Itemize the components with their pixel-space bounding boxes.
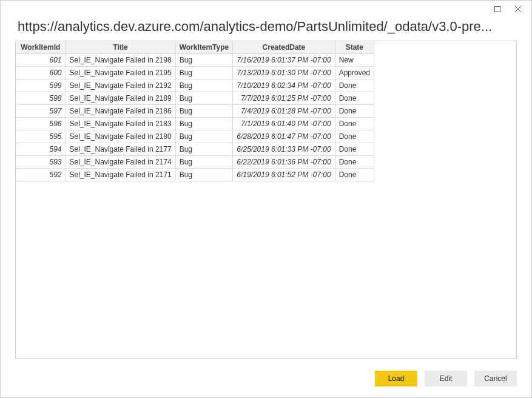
- table-row[interactable]: 597Sel_IE_Navigate Failed in 2186Bug7/4/…: [16, 105, 374, 118]
- cell-title: Sel_IE_Navigate Failed in 2189: [66, 92, 175, 105]
- cell-title: Sel_IE_Navigate Failed in 2180: [66, 130, 175, 143]
- table-row[interactable]: 595Sel_IE_Navigate Failed in 2180Bug6/28…: [16, 130, 374, 143]
- dialog-footer: Load Edit Cancel: [1, 365, 531, 397]
- table-row[interactable]: 596Sel_IE_Navigate Failed in 2183Bug7/1/…: [16, 118, 374, 130]
- cell-workitemid: 598: [16, 92, 66, 105]
- table-header-row: WorkItemId Title WorkItemType CreatedDat…: [16, 41, 374, 54]
- cell-workitemtype: Bug: [175, 79, 233, 92]
- cell-workitemid: 596: [16, 118, 66, 130]
- cell-workitemid: 593: [16, 156, 66, 169]
- close-button[interactable]: [510, 3, 527, 15]
- cell-workitemid: 592: [16, 169, 66, 181]
- cell-createddate: 7/7/2019 6:01:25 PM -07:00: [233, 92, 335, 105]
- cell-title: Sel_IE_Navigate Failed in 2171: [66, 169, 175, 181]
- maximize-icon: [494, 6, 500, 12]
- cell-workitemtype: Bug: [175, 54, 233, 67]
- cell-state: Done: [335, 92, 374, 105]
- cell-workitemtype: Bug: [175, 156, 233, 169]
- cell-createddate: 7/13/2019 6:01:30 PM -07:00: [233, 67, 335, 79]
- cell-createddate: 7/1/2019 6:01:40 PM -07:00: [233, 118, 335, 130]
- cell-state: Done: [335, 118, 374, 130]
- edit-button[interactable]: Edit: [425, 371, 467, 386]
- col-header-createddate[interactable]: CreatedDate: [233, 41, 335, 54]
- cell-state: Done: [335, 130, 374, 143]
- cell-workitemid: 595: [16, 130, 66, 143]
- col-header-workitemtype[interactable]: WorkItemType: [175, 41, 233, 54]
- cell-workitemid: 601: [16, 54, 66, 67]
- cell-state: Done: [335, 143, 374, 156]
- table-body: 601Sel_IE_Navigate Failed in 2198Bug7/16…: [16, 54, 374, 181]
- cell-title: Sel_IE_Navigate Failed in 2177: [66, 143, 175, 156]
- table-row[interactable]: 593Sel_IE_Navigate Failed in 2174Bug6/22…: [16, 156, 374, 169]
- cell-title: Sel_IE_Navigate Failed in 2174: [66, 156, 175, 169]
- table-row[interactable]: 599Sel_IE_Navigate Failed in 2192Bug7/10…: [16, 79, 374, 92]
- col-header-workitemid[interactable]: WorkItemId: [16, 41, 66, 54]
- cell-createddate: 6/25/2019 6:01:33 PM -07:00: [233, 143, 335, 156]
- cell-title: Sel_IE_Navigate Failed in 2198: [66, 54, 175, 67]
- load-button[interactable]: Load: [375, 371, 417, 386]
- cell-createddate: 7/10/2019 6:02:34 PM -07:00: [233, 79, 335, 92]
- maximize-button[interactable]: [489, 3, 506, 15]
- close-icon: [515, 6, 521, 12]
- svg-rect-0: [495, 7, 500, 12]
- table-row[interactable]: 600Sel_IE_Navigate Failed in 2195Bug7/13…: [16, 67, 374, 79]
- cell-workitemtype: Bug: [175, 118, 233, 130]
- cell-createddate: 7/16/2019 6:01:37 PM -07:00: [233, 54, 335, 67]
- cell-workitemid: 599: [16, 79, 66, 92]
- cell-workitemtype: Bug: [175, 130, 233, 143]
- table-row[interactable]: 594Sel_IE_Navigate Failed in 2177Bug6/25…: [16, 143, 374, 156]
- cell-workitemid: 597: [16, 105, 66, 118]
- cell-state: Done: [335, 79, 374, 92]
- data-preview-panel[interactable]: WorkItemId Title WorkItemType CreatedDat…: [15, 41, 517, 359]
- cell-title: Sel_IE_Navigate Failed in 2195: [66, 67, 175, 79]
- cell-workitemtype: Bug: [175, 105, 233, 118]
- cell-workitemid: 600: [16, 67, 66, 79]
- cell-createddate: 7/4/2019 6:01:28 PM -07:00: [233, 105, 335, 118]
- cancel-button[interactable]: Cancel: [474, 371, 517, 386]
- cell-workitemtype: Bug: [175, 92, 233, 105]
- table-row[interactable]: 601Sel_IE_Navigate Failed in 2198Bug7/16…: [16, 54, 374, 67]
- cell-workitemtype: Bug: [175, 169, 233, 181]
- cell-title: Sel_IE_Navigate Failed in 2192: [66, 79, 175, 92]
- cell-workitemtype: Bug: [175, 143, 233, 156]
- col-header-title[interactable]: Title: [66, 41, 175, 54]
- cell-state: New: [335, 54, 374, 67]
- data-table: WorkItemId Title WorkItemType CreatedDat…: [16, 41, 374, 181]
- cell-state: Done: [335, 105, 374, 118]
- cell-createddate: 6/22/2019 6:01:36 PM -07:00: [233, 156, 335, 169]
- cell-state: Done: [335, 156, 374, 169]
- cell-state: Done: [335, 169, 374, 181]
- table-row[interactable]: 598Sel_IE_Navigate Failed in 2189Bug7/7/…: [16, 92, 374, 105]
- cell-createddate: 6/28/2019 6:01:47 PM -07:00: [233, 130, 335, 143]
- page-title: https://analytics.dev.azure.com/analytic…: [1, 18, 531, 41]
- cell-title: Sel_IE_Navigate Failed in 2186: [66, 105, 175, 118]
- cell-workitemid: 594: [16, 143, 66, 156]
- cell-workitemtype: Bug: [175, 67, 233, 79]
- table-row[interactable]: 592Sel_IE_Navigate Failed in 2171Bug6/19…: [16, 169, 374, 181]
- cell-createddate: 6/19/2019 6:01:52 PM -07:00: [233, 169, 335, 181]
- titlebar: [1, 1, 531, 18]
- dialog-window: https://analytics.dev.azure.com/analytic…: [0, 0, 532, 398]
- col-header-state[interactable]: State: [335, 41, 374, 54]
- cell-title: Sel_IE_Navigate Failed in 2183: [66, 118, 175, 130]
- cell-state: Approved: [335, 67, 374, 79]
